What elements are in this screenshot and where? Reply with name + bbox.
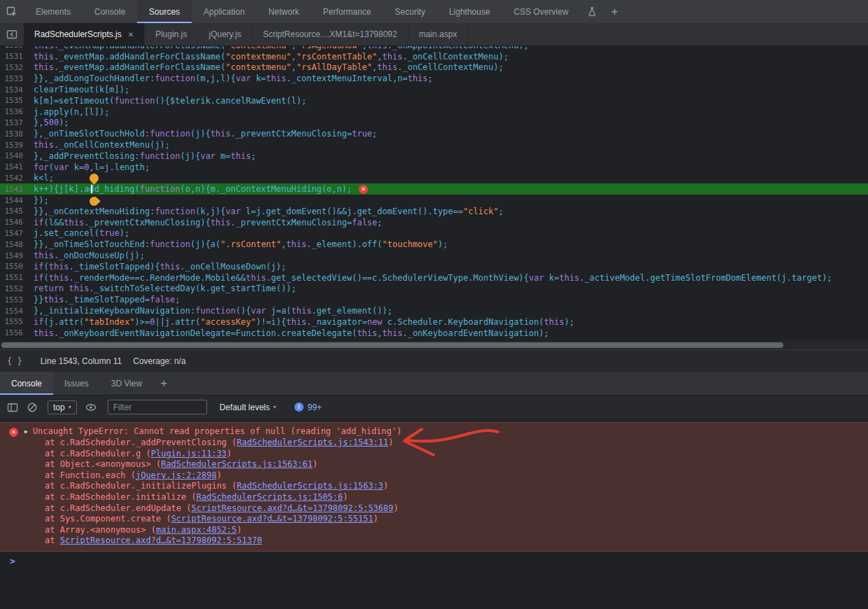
line-number[interactable]: 1530	[0, 46, 34, 50]
code-line[interactable]: 1533}},_addLongTouchHandler:function(m,j…	[0, 73, 868, 84]
code-line[interactable]: 1556this._onKeyboardEventNavigationDeleg…	[0, 328, 868, 339]
code-line[interactable]: 1548}},_onTimeSlotTouchEnd:function(j){a…	[0, 239, 868, 250]
line-number[interactable]: 1556	[0, 328, 34, 337]
experiments-beaker-icon[interactable]	[581, 0, 604, 23]
expand-triangle-icon[interactable]: ▶	[24, 426, 28, 438]
file-tab-jquery-js[interactable]: jQuery.js	[198, 23, 252, 46]
line-number[interactable]: 1545	[0, 206, 34, 216]
line-number[interactable]: 1553	[0, 295, 34, 304]
inspect-element-button[interactable]	[0, 0, 24, 23]
line-number[interactable]: 1550	[0, 262, 34, 271]
line-number[interactable]: 1547	[0, 229, 34, 238]
code-line[interactable]: 1537},500);	[0, 118, 868, 129]
code-line[interactable]: 1551if(this._renderMode==c.RenderMode.Mo…	[0, 272, 868, 284]
pretty-print-button[interactable]: { }	[7, 356, 22, 366]
code-line[interactable]: 1540},_addPreventClosing:function(j){var…	[0, 150, 868, 162]
line-number[interactable]: 1533	[0, 74, 34, 83]
line-number[interactable]: 1544	[0, 196, 34, 205]
source-editor[interactable]: 1530this._eventMap.addHandlerForClassNam…	[0, 46, 868, 341]
line-number[interactable]: 1540	[0, 151, 34, 160]
line-number[interactable]: 1543	[0, 185, 34, 194]
code-line[interactable]: 1544});	[0, 195, 868, 206]
line-number[interactable]: 1542	[0, 174, 34, 183]
code-line[interactable]: 1536j.apply(n,[l]);	[0, 106, 868, 118]
code-line[interactable]: 1535k[m]=setTimeout(function(){$telerik.…	[0, 95, 868, 106]
line-number[interactable]: 1535	[0, 96, 34, 105]
live-expression-button[interactable]	[85, 402, 97, 413]
stack-link[interactable]: ScriptResource.axd?d…&t=13798092:5:53689	[192, 503, 394, 513]
stack-link[interactable]: RadSchedulerScripts.js:1563:61	[161, 459, 313, 469]
close-tab-icon[interactable]: ✕	[128, 31, 134, 38]
drawer-tab-console[interactable]: Console	[0, 372, 53, 395]
code-line[interactable]: 1547j.set_cancel(true);	[0, 228, 868, 239]
code-line[interactable]: 1542k<l;	[0, 173, 868, 184]
show-navigator-button[interactable]	[0, 23, 24, 46]
file-tab-main-aspx[interactable]: main.aspx	[408, 23, 469, 46]
panel-tab-console[interactable]: Console	[83, 0, 137, 23]
issues-counter[interactable]: ! 99+	[294, 402, 322, 412]
log-levels-dropdown[interactable]: Default levels ▾	[220, 402, 276, 412]
stack-link[interactable]: ScriptResource.axd?d…&t=13798092:5:51370	[60, 536, 262, 545]
code-line[interactable]: 1541for(var k=0,l=j.length;	[0, 162, 868, 173]
line-number[interactable]: 1531	[0, 52, 34, 61]
panel-tab-lighthouse[interactable]: Lighthouse	[437, 0, 502, 23]
code-line[interactable]: 1552return this._switchToSelectedDay(k.g…	[0, 284, 868, 295]
code-line[interactable]: 1555if(j.attr("tabIndex")>=0||j.attr("ac…	[0, 316, 868, 328]
code-line[interactable]: 1543k++){j[k].add_hiding(function(o,n){m…	[0, 183, 868, 195]
panel-tab-elements[interactable]: Elements	[24, 0, 83, 23]
stack-link[interactable]: RadSchedulerScripts.js:1563:3	[237, 481, 384, 491]
filter-input[interactable]	[108, 400, 207, 414]
code-line[interactable]: 1532this._eventMap.addHandlerForClassNam…	[0, 62, 868, 74]
code-line[interactable]: 1553}}this._timeSlotTapped=false;	[0, 294, 868, 305]
code-line[interactable]: 1538},_onTimeSlotTouchHold:function(j){t…	[0, 128, 868, 139]
line-number[interactable]: 1536	[0, 107, 34, 116]
line-number[interactable]: 1548	[0, 240, 34, 249]
file-tab-plugin-js[interactable]: Plugin.js	[145, 23, 198, 46]
line-number[interactable]: 1552	[0, 284, 34, 293]
panel-tab-performance[interactable]: Performance	[311, 0, 383, 23]
add-panel-button[interactable]: +	[604, 0, 625, 23]
code-line[interactable]: 1534clearTimeout(k[m]);	[0, 84, 868, 95]
line-number[interactable]: 1534	[0, 85, 34, 94]
code-line[interactable]: 1545}},_onContextMenuHiding:function(k,j…	[0, 206, 868, 217]
line-number[interactable]: 1546	[0, 218, 34, 227]
line-number[interactable]: 1549	[0, 251, 34, 260]
stack-link[interactable]: Plugin.js:11:33	[151, 449, 227, 458]
code-line[interactable]: 1530this._eventMap.addHandlerForClassNam…	[0, 46, 868, 51]
add-drawer-tab-button[interactable]: +	[153, 372, 174, 395]
code-line[interactable]: 1550if(this._timeSlotTapped){this._onCel…	[0, 261, 868, 272]
line-number[interactable]: 1555	[0, 317, 34, 326]
line-number[interactable]: 1539	[0, 141, 34, 150]
panel-tab-network[interactable]: Network	[257, 0, 311, 23]
panel-tab-sources[interactable]: Sources	[137, 0, 192, 23]
console-prompt[interactable]: >	[0, 553, 868, 568]
code-line[interactable]: 1531this._eventMap.addHandlerForClassNam…	[0, 51, 868, 62]
stack-link[interactable]: jQuery.js:2:2898	[136, 470, 217, 480]
file-tab-radschedulerscripts-js[interactable]: RadSchedulerScripts.js✕	[24, 23, 145, 46]
context-selector[interactable]: top ▾	[48, 400, 77, 414]
stack-link[interactable]: RadSchedulerScripts.js:1543:11	[237, 438, 389, 447]
line-number[interactable]: 1532	[0, 63, 34, 72]
line-number[interactable]: 1538	[0, 130, 34, 139]
code-line[interactable]: 1554},_initializeKeyboardNavigation:func…	[0, 305, 868, 316]
panel-tab-security[interactable]: Security	[383, 0, 437, 23]
line-number[interactable]: 1537	[0, 118, 34, 127]
drawer-tab-3d-view[interactable]: 3D View	[100, 372, 153, 395]
stack-link[interactable]: main.aspx:4852:5	[156, 525, 237, 535]
code-line[interactable]: 1546if(l&&this._preventCtxMenuClosing){t…	[0, 217, 868, 228]
console-sidebar-toggle[interactable]	[7, 402, 18, 413]
clear-console-button[interactable]	[27, 402, 38, 413]
stack-link[interactable]: RadSchedulerScripts.js:1505:6	[197, 492, 343, 502]
panel-tab-css-overview[interactable]: CSS Overview	[502, 0, 581, 23]
horizontal-scrollbar[interactable]	[0, 341, 868, 349]
scrollbar-thumb[interactable]	[1, 342, 783, 348]
panel-tab-application[interactable]: Application	[192, 0, 257, 23]
file-tab-scriptresource-xm1-t-13798092[interactable]: ScriptResource....XM1&t=13798092	[252, 23, 408, 46]
line-number[interactable]: 1551	[0, 273, 34, 282]
stack-link[interactable]: ScriptResource.axd?d…&t=13798092:5:55151	[171, 514, 373, 524]
line-number[interactable]: 1541	[0, 162, 34, 172]
drawer-tab-issues[interactable]: Issues	[53, 372, 100, 395]
line-number[interactable]: 1554	[0, 307, 34, 316]
code-line[interactable]: 1549this._onDocMouseUp(j);	[0, 250, 868, 261]
code-line[interactable]: 1539this._onCellContextMenu(j);	[0, 139, 868, 150]
